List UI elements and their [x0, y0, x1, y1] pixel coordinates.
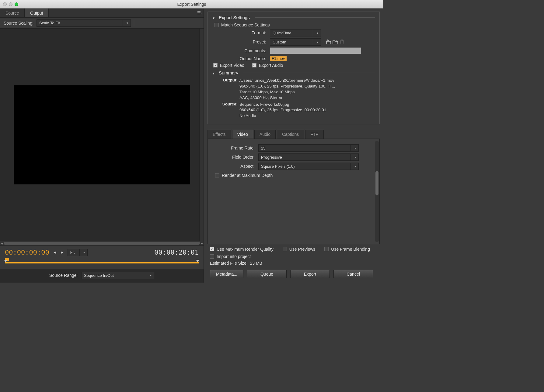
output-name-label: Output Name: — [212, 56, 270, 61]
source-scaling-label: Source Scaling: — [4, 21, 33, 26]
field-order-select[interactable]: Progressive — [258, 153, 359, 161]
comments-input[interactable] — [270, 47, 361, 54]
frame-rate-select[interactable]: 25 — [258, 144, 359, 152]
summary-title: Summary — [219, 70, 238, 75]
scroll-thumb[interactable] — [4, 242, 200, 245]
timeline-track[interactable] — [5, 262, 199, 263]
step-forward-icon[interactable]: ▶ — [60, 250, 64, 255]
preset-label: Preset: — [212, 40, 270, 44]
export-audio-checkbox[interactable]: ✓ Export Audio — [252, 63, 283, 68]
chevron-down-icon — [79, 249, 85, 256]
preview-horizontal-scrollbar[interactable]: ◀ ▶ — [0, 241, 204, 245]
field-order-value: Progressive — [261, 155, 282, 160]
delete-preset-icon — [339, 39, 345, 45]
export-button[interactable]: Export — [290, 270, 330, 278]
use-max-quality-label: Use Maximum Render Quality — [217, 247, 274, 252]
match-sequence-checkbox[interactable]: Match Sequence Settings — [214, 22, 270, 27]
settings-tabbar: Effects Video Audio Captions FTP — [207, 130, 380, 139]
match-sequence-label: Match Sequence Settings — [221, 22, 270, 27]
chevron-down-icon — [123, 20, 128, 26]
use-previews-checkbox[interactable]: Use Previews — [283, 247, 316, 252]
export-settings-header[interactable]: Export Settings — [212, 15, 375, 20]
source-scaling-row: Source Scaling: Scale To Fit — [0, 18, 204, 29]
window-title: Export Settings — [0, 2, 383, 7]
summary-header[interactable]: Summary — [212, 70, 375, 75]
export-video-label: Export Video — [220, 63, 244, 68]
summary-block: Output: /Users/...mics_Week05n06/premier… — [222, 78, 375, 119]
aspect-value: Square Pixels (1.0) — [261, 164, 295, 169]
export-audio-label: Export Audio — [259, 63, 283, 68]
action-buttons: Metadata... Queue Export Cancel — [204, 268, 383, 283]
tab-source[interactable]: Source — [0, 9, 25, 17]
export-settings-panel: Export Settings Match Sequence Settings … — [207, 12, 380, 124]
tab-video[interactable]: Video — [232, 130, 253, 139]
settings-scrollbar[interactable] — [375, 141, 379, 242]
preset-select[interactable]: Custom — [270, 38, 321, 46]
chevron-down-icon — [350, 163, 356, 170]
output-name-link[interactable]: F1.mov — [270, 56, 287, 61]
summary-output-text: /Users/...mics_Week05n06/premiere/Videos… — [239, 78, 375, 101]
time-controls: 00:00:00:00 ◀ ▶ Fit 00:00:20:01 — [0, 245, 204, 269]
checkbox-checked-icon: ✓ — [252, 63, 256, 67]
save-preset-icon[interactable] — [325, 39, 332, 45]
in-point-handle[interactable] — [4, 260, 8, 262]
timecode-in[interactable]: 00:00:00:00 — [5, 249, 49, 256]
aspect-select[interactable]: Square Pixels (1.0) — [258, 163, 359, 170]
zoom-fit-select[interactable]: Fit — [68, 249, 88, 256]
preview-canvas — [14, 85, 190, 184]
panel-menu-icon[interactable] — [195, 9, 204, 17]
checkbox-icon — [214, 23, 219, 27]
source-range-value: Sequence In/Out — [84, 273, 114, 278]
tab-effects[interactable]: Effects — [207, 130, 231, 139]
checkbox-checked-icon: ✓ — [210, 247, 214, 251]
use-max-quality-checkbox[interactable]: ✓ Use Maximum Render Quality — [210, 247, 274, 252]
tab-ftp[interactable]: FTP — [305, 130, 323, 139]
frame-rate-value: 25 — [261, 146, 265, 150]
preview-tabbar: Source Output — [0, 9, 204, 18]
estimated-size-value: 23 MB — [250, 261, 262, 266]
queue-button[interactable]: Queue — [247, 270, 287, 278]
checkbox-checked-icon: ✓ — [213, 63, 218, 67]
cancel-button[interactable]: Cancel — [333, 270, 373, 278]
source-range-select[interactable]: Sequence In/Out — [81, 272, 154, 279]
summary-output-label: Output: — [222, 78, 239, 101]
use-frame-blending-checkbox[interactable]: Use Frame Blending — [324, 247, 370, 252]
source-scaling-value: Scale To Fit — [39, 21, 60, 25]
format-label: Format: — [212, 30, 270, 35]
disclosure-triangle-icon[interactable] — [212, 15, 216, 20]
checkbox-icon — [215, 173, 219, 177]
use-frame-blending-label: Use Frame Blending — [331, 247, 370, 252]
timeline[interactable] — [5, 258, 199, 267]
checkbox-icon — [324, 247, 329, 251]
render-max-depth-checkbox[interactable]: Render at Maximum Depth — [215, 173, 273, 178]
source-scaling-select[interactable]: Scale To Fit — [37, 19, 131, 27]
tab-output[interactable]: Output — [25, 9, 49, 17]
import-preset-icon[interactable] — [332, 39, 339, 45]
tab-captions[interactable]: Captions — [277, 130, 304, 139]
estimated-size-row: Estimated File Size: 23 MB — [204, 260, 383, 268]
preview-vertical-scrollbar[interactable] — [199, 29, 204, 241]
tab-audio[interactable]: Audio — [254, 130, 276, 139]
render-max-depth-label: Render at Maximum Depth — [222, 173, 273, 178]
checkbox-icon — [210, 254, 214, 259]
format-select[interactable]: QuickTime — [270, 29, 321, 36]
frame-rate-label: Frame Rate: — [213, 146, 258, 150]
export-video-checkbox[interactable]: ✓ Export Video — [213, 63, 244, 68]
step-back-icon[interactable]: ◀ — [53, 250, 57, 255]
titlebar: Export Settings — [0, 0, 383, 9]
scroll-left-icon[interactable]: ◀ — [0, 241, 4, 245]
chevron-down-icon — [350, 154, 356, 160]
import-into-project-label: Import into project — [217, 254, 251, 259]
scroll-right-icon[interactable]: ▶ — [200, 241, 204, 245]
use-previews-label: Use Previews — [289, 247, 316, 252]
out-point-handle[interactable] — [196, 260, 200, 262]
metadata-button[interactable]: Metadata... — [210, 270, 243, 278]
export-settings-title: Export Settings — [219, 15, 250, 20]
preview-area — [0, 29, 204, 241]
disclosure-triangle-icon[interactable] — [212, 70, 216, 75]
source-range-row: Source Range: Sequence In/Out — [0, 269, 204, 283]
import-into-project-checkbox[interactable]: Import into project — [210, 254, 251, 259]
zoom-fit-value: Fit — [70, 250, 75, 255]
chevron-down-icon — [350, 145, 356, 151]
video-settings-panel: Frame Rate: 25 Field Order: Progressive … — [207, 139, 380, 244]
